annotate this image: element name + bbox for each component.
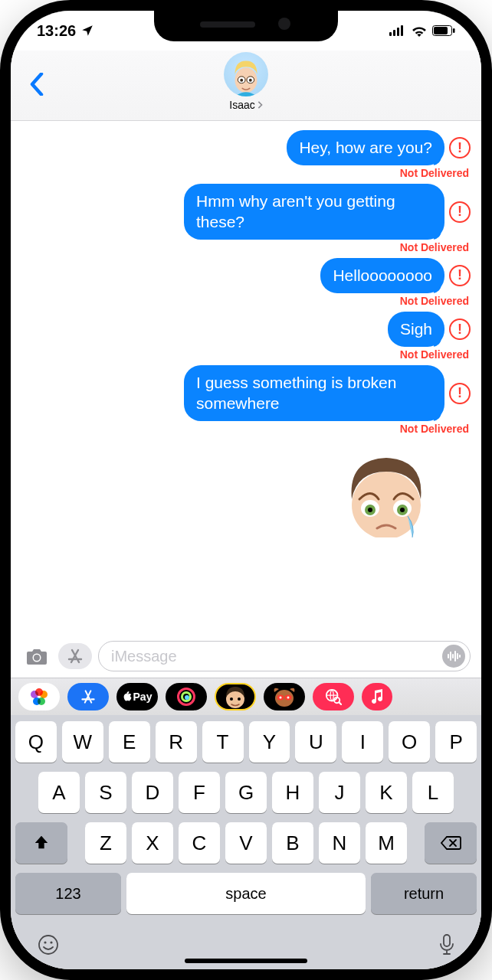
memoji-sticker[interactable] (333, 446, 440, 537)
dictation-key[interactable] (438, 933, 455, 956)
key-e[interactable]: E (109, 721, 150, 763)
delivery-error-icon[interactable]: ! (449, 137, 471, 158)
message-bubble[interactable]: Hey, how are you? (287, 130, 444, 165)
key-k[interactable]: K (366, 772, 407, 813)
backspace-icon (440, 835, 461, 851)
wifi-icon (411, 24, 428, 37)
imessage-app-strip: Pay (11, 678, 481, 715)
key-p[interactable]: P (435, 721, 477, 763)
location-icon (80, 24, 94, 38)
svg-rect-1 (393, 30, 395, 36)
emoji-icon (37, 933, 60, 956)
message-text: Hmm why aren't you getting these? (196, 192, 395, 230)
app-music[interactable] (362, 683, 392, 710)
svg-point-20 (400, 508, 405, 512)
key-w[interactable]: W (62, 721, 103, 763)
delivery-error-icon[interactable]: ! (449, 201, 471, 223)
delivery-error-icon[interactable]: ! (449, 265, 471, 286)
volume-down-button (0, 271, 2, 326)
key-m[interactable]: M (366, 822, 407, 864)
keyboard-row: ZXCVBNM (15, 822, 477, 864)
silence-switch (0, 141, 2, 168)
not-delivered-label: Not Delivered (21, 348, 469, 361)
svg-rect-43 (444, 935, 450, 946)
key-h[interactable]: H (272, 772, 313, 813)
svg-point-18 (368, 508, 372, 512)
key-v[interactable]: V (225, 822, 267, 864)
key-b[interactable]: B (272, 822, 313, 864)
message-input[interactable]: iMessage (98, 641, 471, 671)
app-apple-pay[interactable]: Pay (116, 683, 158, 710)
music-icon (370, 689, 384, 704)
cellular-icon (389, 25, 406, 36)
camera-icon (25, 647, 48, 665)
message-row: Helloooooooo ! (21, 258, 471, 293)
key-y[interactable]: Y (249, 721, 290, 763)
back-button[interactable] (21, 69, 52, 100)
message-text: Hey, how are you? (299, 139, 432, 156)
return-key[interactable]: return (371, 873, 477, 914)
message-thread[interactable]: Hey, how are you? ! Not Delivered Hmm wh… (11, 121, 481, 636)
message-bubble[interactable]: Helloooooooo (320, 258, 444, 293)
key-q[interactable]: Q (15, 721, 57, 763)
dictation-button[interactable] (442, 645, 465, 668)
key-a[interactable]: A (38, 772, 80, 813)
key-r[interactable]: R (156, 721, 197, 763)
contact[interactable]: Isaac (224, 52, 268, 112)
app-store[interactable] (67, 683, 109, 710)
notch (154, 11, 338, 41)
svg-rect-5 (434, 27, 448, 34)
keyboard-row: ASDFGHJKL (15, 772, 477, 813)
key-s[interactable]: S (85, 772, 126, 813)
key-f[interactable]: F (179, 772, 220, 813)
apps-button[interactable] (58, 643, 92, 669)
svg-point-42 (50, 941, 52, 943)
key-n[interactable]: N (319, 822, 360, 864)
globe-search-icon (325, 688, 342, 705)
key-c[interactable]: C (179, 822, 220, 864)
app-memoji[interactable] (215, 683, 256, 710)
message-row: Sigh ! (21, 312, 471, 347)
svg-point-35 (280, 697, 282, 699)
space-key[interactable]: space (126, 873, 366, 914)
home-indicator[interactable] (185, 959, 307, 963)
shift-icon (33, 835, 50, 851)
activity-rings-icon (177, 688, 195, 706)
app-find[interactable] (313, 683, 354, 710)
key-d[interactable]: D (132, 772, 173, 813)
key-z[interactable]: Z (85, 822, 126, 864)
key-i[interactable]: I (342, 721, 383, 763)
apple-pay-label: Pay (133, 691, 153, 703)
key-u[interactable]: U (295, 721, 336, 763)
svg-point-30 (230, 697, 233, 701)
key-x[interactable]: X (132, 822, 173, 864)
app-photos[interactable] (18, 683, 60, 710)
key-g[interactable]: G (225, 772, 267, 813)
keyboard-row: 123 space return (15, 873, 477, 914)
svg-rect-6 (453, 28, 455, 33)
message-text: I guess something is broken somewhere (196, 374, 396, 411)
message-bubble[interactable]: Hmm why aren't you getting these? (184, 184, 444, 240)
message-bubble[interactable]: I guess something is broken somewhere (184, 365, 444, 421)
mic-icon (438, 933, 455, 956)
app-activity[interactable] (166, 683, 207, 710)
svg-point-22 (34, 655, 40, 661)
app-store-icon (65, 646, 85, 666)
key-j[interactable]: J (319, 772, 360, 813)
emoji-key[interactable] (37, 933, 60, 956)
shift-key[interactable] (15, 822, 67, 864)
backspace-key[interactable] (425, 822, 477, 864)
app-animoji[interactable] (264, 683, 305, 710)
apple-logo-icon (123, 691, 132, 702)
numbers-key[interactable]: 123 (15, 873, 121, 914)
message-bubble[interactable]: Sigh (388, 312, 444, 347)
key-o[interactable]: O (389, 721, 430, 763)
key-l[interactable]: L (412, 772, 454, 813)
app-store-icon (80, 688, 97, 705)
camera-button[interactable] (21, 641, 52, 671)
svg-rect-0 (389, 32, 392, 36)
delivery-error-icon[interactable]: ! (449, 383, 471, 404)
key-t[interactable]: T (202, 721, 244, 763)
delivery-error-icon[interactable]: ! (449, 318, 471, 340)
battery-icon (432, 25, 455, 36)
